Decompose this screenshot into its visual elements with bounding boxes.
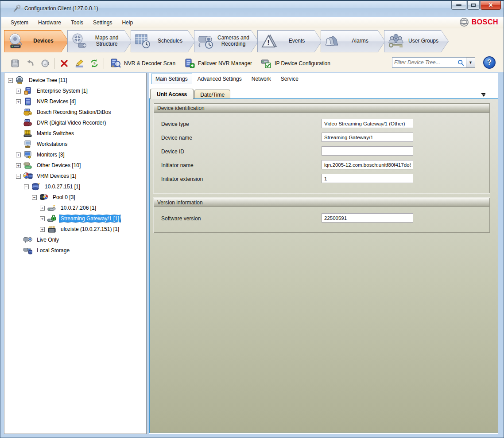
alarms-ribbon-icon [324,33,341,50]
expander-spacer [16,238,21,242]
tab-advanced-settings[interactable]: Advanced Settings [193,74,246,84]
cameras-ribbon-icon [197,33,215,50]
ribbon-tab-events[interactable]: ! Events [257,30,322,52]
devices-ribbon-icon [7,33,25,50]
delete-button[interactable] [57,57,72,70]
tree-item-enterprise-system-1[interactable]: + Enterprise System [1] [4,86,146,96]
save-button[interactable] [8,57,23,70]
tree-item-workstations[interactable]: Workstations [4,139,146,149]
tree-item-label: Local Storage [35,247,71,254]
tree-item-nvr-devices-4[interactable]: + NVR Devices [4] [4,96,146,107]
tree-item-local-storage[interactable]: Local Storage [4,245,146,256]
tree-item-uloziste-10-0-27-151-1[interactable]: + iSCSI uloziste (10.0.27.151) [1] [4,224,146,235]
expander-plus-icon[interactable]: + [16,153,21,157]
ribbon-tab-label: Events [278,38,322,44]
field-label-initiator-extension: Initiator extension [161,176,203,182]
ribbon-tab-user-groups[interactable]: User Groups [384,30,449,52]
subtab-date-time[interactable]: Date/Time [194,90,230,99]
field-label-software-version: Software version [161,215,201,222]
tab-network[interactable]: Network [247,74,275,84]
tree-item-bosch-recording-station-dibos[interactable]: Bosch Recording Station/DiBos [4,107,146,117]
tree-item-matrix-switches[interactable]: Matrix Switches [4,128,146,139]
ribbon-tab-label: Cameras and Recording [215,35,258,47]
tree-item-10-0-27-206-1[interactable]: + ? 10.0.27.206 [1] [4,203,146,213]
menu-item-system[interactable]: System [6,18,33,27]
expander-minus-icon[interactable]: − [32,195,37,200]
field-label-device-id: Device ID [161,149,184,155]
menu-item-settings[interactable]: Settings [88,18,117,27]
field-input-device-type[interactable] [322,119,413,128]
failover-nvr-manager-button[interactable]: Failover NVR Manager [184,58,252,69]
tab-service[interactable]: Service [276,74,303,84]
tree-item-other-devices-10[interactable]: + Other Devices [10] [4,160,146,171]
svg-text:?: ? [38,183,40,186]
ribbon-tab-alarms[interactable]: Alarms [321,30,385,52]
expander-plus-icon[interactable]: + [40,206,45,211]
expander-plus-icon[interactable]: + [16,89,21,94]
undo-button[interactable] [23,57,38,70]
tab-main-settings[interactable]: Main Settings [151,74,192,84]
ribbon-tab-maps-and-structure[interactable]: Maps and Structure [67,30,132,52]
failover-icon [184,58,195,69]
nvr-scan-icon [110,58,121,69]
expander-minus-icon[interactable]: − [16,174,21,179]
field-input-device-id[interactable] [322,146,413,156]
tree-item-device-tree-11[interactable]: − Device Tree [11] [4,75,146,86]
ribbon: Devices Maps and Structure Schedules Cam… [1,28,504,55]
pan-button[interactable] [38,57,53,70]
field-input-initiator-extension[interactable] [322,174,413,183]
subtab-unit-access[interactable]: Unit Access [150,89,194,99]
filter-device-tree-input[interactable] [394,59,457,66]
gateway-lock-icon [47,215,57,223]
ribbon-tab-schedules[interactable]: Schedules [131,30,195,52]
minimize-button[interactable] [451,1,466,10]
expander-plus-icon[interactable]: + [16,99,21,104]
expander-minus-icon[interactable]: − [8,78,13,83]
tree-item-streaming-gateway-1-1[interactable]: + Streaming Gateway/1 [1] [4,213,146,224]
help-button[interactable]: ? [483,56,496,69]
expander-plus-icon[interactable]: + [40,216,45,221]
nvr-decoder-scan-button[interactable]: NVR & Decoder Scan [110,58,175,69]
tree-item-live-only[interactable]: Live Only [4,235,146,245]
save-icon [11,59,19,68]
ribbon-tab-cameras-and-recording[interactable]: Cameras and Recording [194,30,259,52]
tree-item-10-0-27-151-1[interactable]: − ? 10.0.27.151 [1] [4,181,146,192]
tree-item-monitors-3[interactable]: + Monitors [3] [4,149,146,160]
tree-item-pool-0-3[interactable]: − Pool 0 [3] [4,192,146,203]
title-bar[interactable]: Configuration Client (127.0.0.1) ✕ [0,1,504,16]
menu-item-tools[interactable]: Tools [66,18,88,27]
collapse-groups-icon[interactable] [481,93,486,97]
rename-button[interactable] [72,57,87,70]
ribbon-tab-devices[interactable]: Devices [4,30,69,52]
filter-device-tree-box [392,57,466,68]
svg-text:iSCSI: iSCSI [49,226,55,228]
ip-config-icon [261,58,271,69]
expander-plus-icon[interactable]: + [40,227,45,232]
field-input-initiator-name[interactable] [322,160,413,169]
filter-dropdown-button[interactable]: ▼ [466,57,475,68]
expander-minus-icon[interactable]: − [24,184,29,189]
toolbar: ? NVR & Decoder Scan Failover NVR Manage… [1,55,504,72]
group-version-information: Version information Software version [154,198,490,233]
maximize-button[interactable] [467,1,480,10]
close-button[interactable]: ✕ [481,1,501,10]
unit-access-content: Device identification Device type Device… [149,98,498,433]
refresh-icon: ? [90,59,99,68]
expander-spacer [16,131,21,136]
tree-item-label: 10.0.27.151 [1] [43,183,81,190]
field-input-device-name[interactable] [322,133,413,142]
refresh-states-button[interactable]: ? [87,57,102,70]
menu-item-help[interactable]: Help [117,18,138,27]
menu-item-hardware[interactable]: Hardware [33,18,66,27]
close-icon: ✕ [488,2,493,8]
menu-bar: SystemHardwareToolsSettingsHelp BOSCH [1,17,504,28]
field-row-device-name: Device name [154,132,489,145]
field-input-software-version[interactable] [322,213,413,223]
subtab-row: Unit AccessDate/Time [149,88,498,99]
vrm-server-icon: ? [31,183,41,191]
expander-plus-icon[interactable]: + [16,163,21,168]
tree-item-vrm-devices-1[interactable]: − VRM Devices [1] [4,171,146,181]
tree-item-dvr-digital-video-recorder[interactable]: DVR (Digital Video Recorder) [4,117,146,128]
ip-device-configuration-button[interactable]: IP Device Configuration [261,58,330,69]
field-row-device-id: Device ID [154,145,489,159]
